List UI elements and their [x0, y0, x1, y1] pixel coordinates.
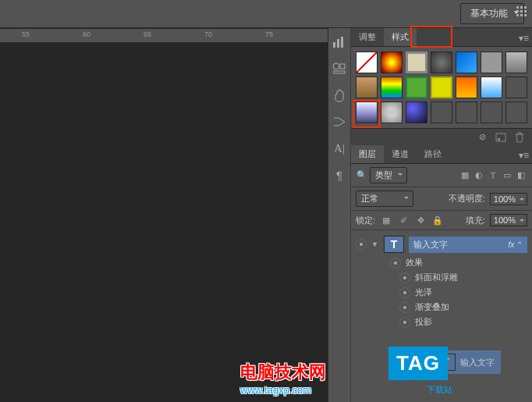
layer-name-text: 输入文字 — [413, 239, 448, 251]
visibility-toggle[interactable] — [356, 239, 367, 250]
tab-adjustments[interactable]: 调整 — [351, 28, 384, 46]
visibility-toggle[interactable] — [399, 272, 410, 283]
svg-rect-0 — [333, 42, 335, 48]
tab-styles[interactable]: 样式 — [384, 28, 417, 46]
style-swatch[interactable] — [431, 52, 452, 73]
filter-pixel-icon[interactable]: ▩ — [459, 169, 471, 182]
info-icon[interactable] — [332, 61, 347, 76]
ghost-name: 输入文字 — [460, 357, 495, 368]
style-swatch-empty[interactable] — [505, 76, 527, 98]
watermark-url: www.tagxp.com — [240, 384, 326, 396]
clear-style-icon[interactable]: ⊘ — [476, 131, 488, 144]
svg-point-3 — [333, 63, 339, 69]
filter-search-icon[interactable]: 🔍 — [356, 169, 368, 182]
fill-input[interactable]: 100% — [490, 214, 527, 226]
watermark-badge: TAG — [388, 347, 448, 380]
lock-transparency-icon[interactable]: ▦ — [380, 214, 392, 226]
filter-type-dropdown[interactable]: 类型 — [370, 167, 407, 183]
new-style-icon[interactable] — [495, 131, 507, 144]
paragraph-icon[interactable]: ¶ — [332, 167, 347, 183]
svg-rect-7 — [496, 133, 505, 141]
lock-all-icon[interactable]: 🔒 — [431, 214, 444, 226]
filter-shape-icon[interactable]: ▭ — [501, 169, 513, 182]
style-swatch[interactable] — [381, 52, 403, 73]
svg-line-6 — [356, 52, 377, 73]
effect-name: 斜面和浮雕 — [415, 272, 458, 283]
hand-icon[interactable] — [332, 87, 347, 103]
style-swatch[interactable] — [481, 52, 502, 73]
panel-menu-icon[interactable]: ▾≡ — [519, 150, 529, 161]
styles-grid — [351, 47, 532, 128]
visibility-toggle[interactable] — [399, 317, 410, 328]
effect-item[interactable]: 光泽 — [351, 285, 532, 300]
style-swatch[interactable] — [505, 52, 527, 73]
effect-item[interactable]: 投影 — [351, 315, 532, 329]
effect-item[interactable]: 斜面和浮雕 — [351, 270, 532, 285]
style-swatch[interactable] — [481, 76, 502, 98]
ruler-tick: 60 — [83, 30, 90, 38]
lock-label: 锁定: — [356, 215, 375, 226]
workspace-switcher[interactable]: 基本功能 — [460, 3, 524, 24]
effects-header[interactable]: 效果 — [351, 255, 532, 270]
tab-layers[interactable]: 图层 — [351, 145, 384, 163]
visibility-toggle[interactable] — [390, 258, 401, 269]
tab-paths[interactable]: 路径 — [417, 145, 449, 163]
svg-rect-5 — [334, 71, 345, 73]
opacity-label: 不透明度: — [449, 193, 485, 205]
layer-name[interactable]: 输入文字 fx ⌃ — [409, 237, 527, 253]
ruler-tick: 55 — [22, 30, 30, 38]
effects-label: 效果 — [406, 257, 423, 269]
effect-item[interactable]: 渐变叠加 — [351, 300, 532, 315]
panel-grid-icon[interactable] — [516, 6, 527, 17]
style-swatch[interactable] — [431, 76, 452, 98]
effect-name: 渐变叠加 — [415, 301, 449, 313]
delete-style-icon[interactable] — [513, 131, 526, 144]
horizontal-ruler: 55 60 65 70 75 — [0, 29, 328, 43]
document-canvas[interactable] — [0, 43, 328, 402]
svg-rect-4 — [340, 64, 345, 69]
layer-thumbnail[interactable]: T — [384, 236, 404, 253]
ruler-tick: 70 — [204, 30, 212, 38]
filter-smart-icon[interactable]: ◧ — [515, 169, 527, 182]
effect-name: 光泽 — [415, 286, 432, 298]
style-swatch[interactable] — [381, 101, 403, 123]
histogram-icon[interactable] — [332, 34, 347, 50]
style-swatch-empty[interactable] — [431, 101, 452, 123]
blend-mode-dropdown[interactable]: 正常 — [356, 190, 413, 207]
style-swatch-empty[interactable] — [505, 101, 527, 123]
opacity-input[interactable]: 100% — [490, 193, 527, 205]
visibility-toggle[interactable] — [399, 302, 410, 313]
style-swatch[interactable] — [406, 52, 427, 73]
style-swatch-empty[interactable] — [481, 101, 502, 123]
ruler-tick: 65 — [144, 30, 151, 38]
character-icon[interactable]: A| — [332, 141, 347, 156]
brush-presets-icon[interactable] — [332, 114, 347, 130]
watermark: 电脑技术网 www.tagxp.com — [240, 361, 326, 396]
effect-name: 投影 — [415, 316, 432, 328]
layer-row[interactable]: ▼ T 输入文字 fx ⌃ — [351, 233, 532, 255]
svg-rect-2 — [341, 37, 343, 48]
tab-channels[interactable]: 通道 — [384, 145, 417, 163]
style-swatch[interactable] — [406, 76, 427, 98]
fill-label: 填充: — [466, 215, 485, 226]
lock-pixels-icon[interactable]: ✐ — [397, 214, 410, 226]
style-swatch[interactable] — [456, 52, 477, 73]
svg-rect-1 — [337, 39, 339, 48]
style-swatch[interactable] — [381, 76, 403, 98]
style-swatch[interactable] — [356, 101, 378, 123]
lock-position-icon[interactable]: ✥ — [414, 214, 427, 226]
style-swatch[interactable] — [456, 76, 477, 98]
watermark-title: 电脑技术网 — [240, 361, 326, 384]
style-swatch[interactable] — [356, 76, 378, 98]
collapse-toggle[interactable]: ▼ — [371, 240, 379, 248]
style-swatch-none[interactable] — [356, 52, 378, 73]
panel-menu-icon[interactable]: ▾≡ — [519, 33, 529, 44]
style-swatch-empty[interactable] — [456, 101, 477, 123]
fx-indicator[interactable]: fx ⌃ — [508, 240, 523, 249]
layers-tab-row: 图层 通道 路径 ▾≡ — [351, 145, 532, 164]
style-swatch[interactable] — [406, 101, 427, 123]
filter-adjust-icon[interactable]: ◐ — [473, 169, 485, 182]
visibility-toggle[interactable] — [399, 287, 410, 298]
canvas-area[interactable]: 55 60 65 70 75 — [0, 28, 328, 402]
filter-type-icon[interactable]: T — [487, 169, 499, 182]
